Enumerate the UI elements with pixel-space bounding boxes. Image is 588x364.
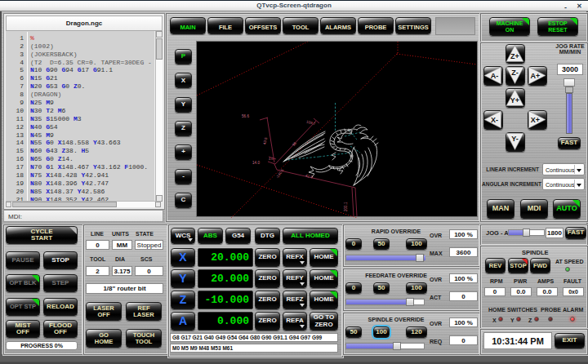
svg-text:Z+: Z+ xyxy=(510,52,519,60)
svg-text:X+: X+ xyxy=(531,116,540,124)
svg-text:A+: A+ xyxy=(531,72,541,80)
svg-text:200.1: 200.1 xyxy=(344,202,348,211)
svg-text:A-: A- xyxy=(491,72,499,80)
svg-text:56.6: 56.6 xyxy=(242,114,249,118)
svg-text:14.0: 14.0 xyxy=(252,161,260,165)
svg-text:Y+: Y+ xyxy=(510,96,519,104)
svg-text:X-: X- xyxy=(491,116,498,124)
svg-text:Z-: Z- xyxy=(511,69,519,77)
svg-text:109.7: 109.7 xyxy=(305,120,316,127)
svg-text:Y-: Y- xyxy=(511,135,519,143)
svg-text:4.0: 4.0 xyxy=(269,158,273,161)
svg-text:43.5: 43.5 xyxy=(262,137,268,145)
